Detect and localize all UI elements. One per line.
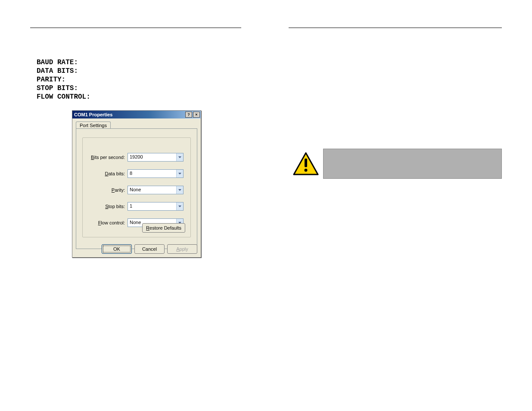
bits-per-second-label: Bits per second: — [83, 155, 128, 160]
param-parity: PARITY: — [37, 75, 90, 84]
header-rule-right — [289, 28, 502, 28]
tab-port-settings[interactable]: Port Settings — [76, 121, 111, 129]
parity-label: Parity: — [83, 187, 128, 193]
data-bits-label: Data bits: — [83, 171, 128, 176]
chevron-down-icon — [176, 202, 183, 210]
param-data-bits: DATA BITS: — [37, 67, 90, 75]
svg-marker-2 — [178, 189, 181, 191]
cancel-button[interactable]: Cancel — [134, 244, 165, 254]
help-button[interactable]: ? — [185, 112, 192, 118]
restore-defaults-button[interactable]: Restore Defaults — [142, 223, 185, 233]
com1-properties-dialog: COM1 Properties ? × Port Settings Bits p… — [72, 110, 201, 258]
chevron-down-icon — [176, 186, 183, 194]
close-button[interactable]: × — [193, 112, 200, 118]
param-flow-control: FLOW CONTROL: — [37, 93, 90, 101]
svg-marker-1 — [178, 173, 181, 174]
header-rule-left — [30, 28, 241, 28]
parity-value: None — [128, 186, 176, 194]
warning-icon — [289, 149, 323, 179]
chevron-down-icon — [176, 170, 183, 177]
titlebar-buttons: ? × — [185, 112, 200, 118]
param-stop-bits: STOP BITS: — [37, 84, 90, 93]
stop-bits-label: Stop bits: — [83, 204, 128, 209]
dialog-title: COM1 Properties — [74, 112, 112, 117]
bits-per-second-value: 19200 — [128, 153, 176, 161]
svg-point-7 — [305, 169, 308, 172]
bits-per-second-select[interactable]: 19200 — [128, 153, 184, 162]
titlebar[interactable]: COM1 Properties ? × — [72, 111, 201, 118]
data-bits-value: 8 — [128, 170, 176, 177]
svg-marker-3 — [178, 206, 181, 207]
parity-select[interactable]: None — [128, 186, 184, 194]
svg-marker-0 — [178, 156, 181, 158]
tab-panel: Bits per second: 19200 Data bits: 8 Pari… — [76, 128, 197, 249]
settings-group: Bits per second: 19200 Data bits: 8 Pari… — [82, 137, 191, 237]
data-bits-select[interactable]: 8 — [128, 169, 184, 178]
chevron-down-icon — [176, 153, 183, 161]
stop-bits-value: 1 — [128, 202, 176, 210]
serial-params-list: BAUD RATE: DATA BITS: PARITY: STOP BITS:… — [37, 58, 90, 101]
apply-button[interactable]: Apply — [167, 244, 197, 254]
flow-control-label: Flow control: — [83, 220, 128, 225]
svg-rect-6 — [305, 159, 307, 167]
stop-bits-select[interactable]: 1 — [128, 202, 184, 211]
param-baud-rate: BAUD RATE: — [37, 58, 90, 67]
ok-button[interactable]: OK — [102, 244, 132, 254]
warning-block — [289, 149, 502, 179]
warning-text-box — [323, 149, 502, 179]
